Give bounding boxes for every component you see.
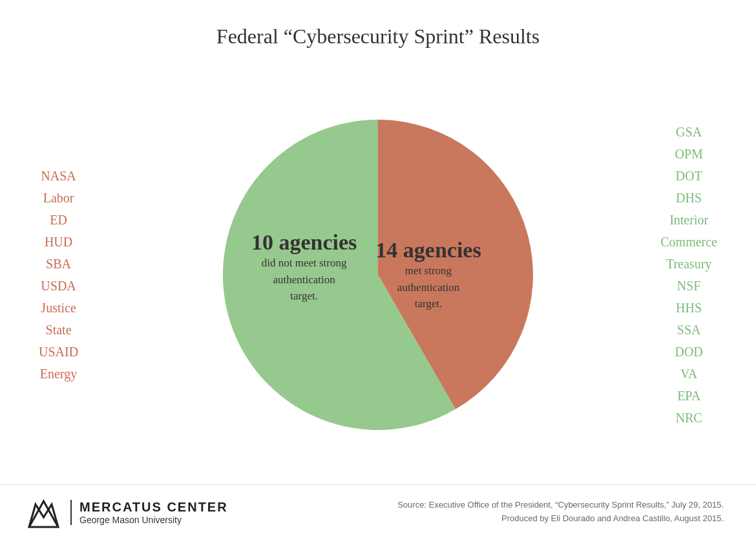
right-agency-nrc: NRC — [676, 408, 702, 427]
left-count: 10 agencies — [251, 230, 357, 255]
right-agency-gsa: GSA — [676, 122, 702, 142]
right-count: 14 agencies — [375, 238, 481, 263]
source-text: Source: Executive Office of the Presiden… — [397, 499, 724, 526]
left-agency-usda: USDA — [41, 276, 76, 296]
right-agency-ssa: SSA — [677, 320, 701, 339]
right-agency-dod: DOD — [675, 342, 702, 361]
right-desc: met strong authentication target. — [375, 263, 481, 312]
left-agency-hud: HUD — [45, 232, 72, 252]
left-agency-ed: ED — [50, 210, 67, 230]
left-desc: did not meet strong authentication targe… — [251, 255, 357, 305]
right-agency-va: VA — [680, 364, 697, 383]
right-agency-dhs: DHS — [676, 188, 702, 208]
right-agency-labels: GSAOPMDOTDHSInteriorCommerceTreasuryNSFH… — [660, 122, 717, 427]
mercatus-label: MERCATUS CENTER — [79, 500, 228, 515]
right-agency-epa: EPA — [677, 386, 700, 405]
pie-chart: 10 agencies did not meet strong authenti… — [210, 107, 546, 443]
right-agency-nsf: NSF — [677, 276, 701, 296]
right-agency-interior: Interior — [669, 210, 708, 230]
right-agency-hhs: HHS — [676, 298, 702, 318]
left-agency-labels: NASALaborEDHUDSBAUSDAJusticeStateUSAIDEn… — [39, 166, 78, 383]
main-content: NASALaborEDHUDSBAUSDAJusticeStateUSAIDEn… — [0, 55, 756, 495]
left-agency-usaid: USAID — [39, 342, 78, 361]
logo-text: MERCATUS CENTER George Mason University — [70, 500, 228, 525]
george-mason-label: George Mason University — [79, 515, 228, 525]
right-agency-opm: OPM — [675, 144, 702, 164]
left-agency-sba: SBA — [46, 254, 71, 274]
footer: MERCATUS CENTER George Mason University … — [0, 484, 756, 549]
right-agency-treasury: Treasury — [666, 254, 711, 274]
mercatus-icon — [26, 495, 61, 530]
page-title: Federal “Cybersecurity Sprint” Results — [0, 0, 756, 55]
left-agency-labor: Labor — [43, 188, 74, 208]
left-agency-justice: Justice — [41, 298, 76, 318]
svg-marker-0 — [29, 504, 58, 527]
left-agency-nasa: NASA — [41, 166, 76, 186]
pie-right-label: 14 agencies met strong authentication ta… — [375, 238, 481, 312]
right-agency-dot: DOT — [676, 166, 702, 186]
mercatus-logo: MERCATUS CENTER George Mason University — [26, 495, 228, 530]
pie-left-label: 10 agencies did not meet strong authenti… — [251, 230, 357, 305]
left-agency-state: State — [46, 320, 72, 339]
left-agency-energy: Energy — [40, 364, 77, 383]
right-agency-commerce: Commerce — [660, 232, 717, 252]
